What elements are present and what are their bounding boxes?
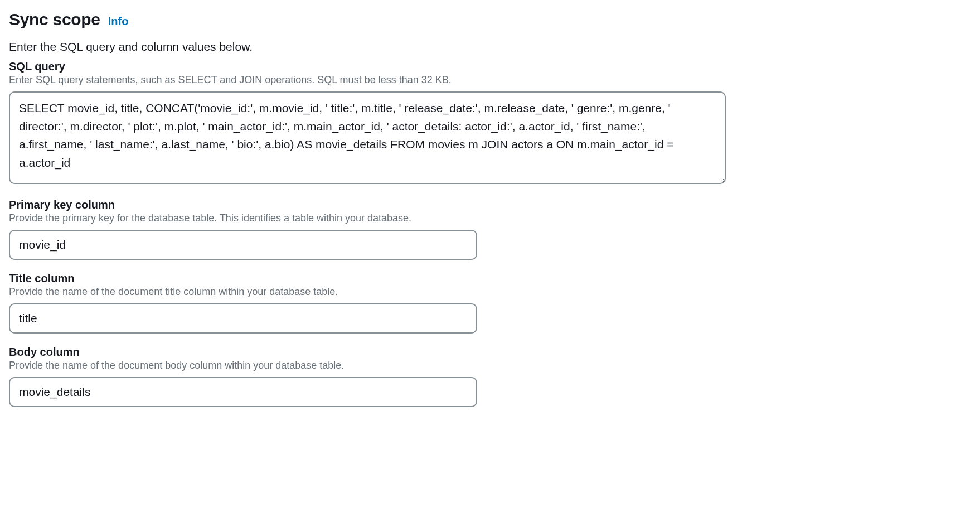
title-column-field: Title column Provide the name of the doc… bbox=[9, 272, 971, 334]
section-heading-row: Sync scope Info bbox=[9, 10, 971, 29]
body-column-field: Body column Provide the name of the docu… bbox=[9, 346, 971, 407]
body-column-input[interactable] bbox=[9, 377, 477, 407]
sync-scope-section: Sync scope Info Enter the SQL query and … bbox=[0, 0, 980, 442]
title-column-input[interactable] bbox=[9, 303, 477, 334]
body-column-label: Body column bbox=[9, 346, 971, 359]
primary-key-input[interactable] bbox=[9, 230, 477, 260]
section-intro: Enter the SQL query and column values be… bbox=[9, 40, 971, 54]
primary-key-help: Provide the primary key for the database… bbox=[9, 212, 971, 224]
info-link[interactable]: Info bbox=[108, 15, 129, 28]
sql-query-field: SQL query Enter SQL query statements, su… bbox=[9, 60, 971, 186]
primary-key-label: Primary key column bbox=[9, 199, 971, 211]
primary-key-field: Primary key column Provide the primary k… bbox=[9, 199, 971, 260]
title-column-help: Provide the name of the document title c… bbox=[9, 286, 971, 298]
sql-query-help: Enter SQL query statements, such as SELE… bbox=[9, 74, 971, 86]
section-title: Sync scope bbox=[9, 10, 100, 29]
sql-query-label: SQL query bbox=[9, 60, 971, 73]
title-column-label: Title column bbox=[9, 272, 971, 285]
body-column-help: Provide the name of the document body co… bbox=[9, 360, 971, 371]
sql-query-input[interactable] bbox=[9, 91, 726, 184]
